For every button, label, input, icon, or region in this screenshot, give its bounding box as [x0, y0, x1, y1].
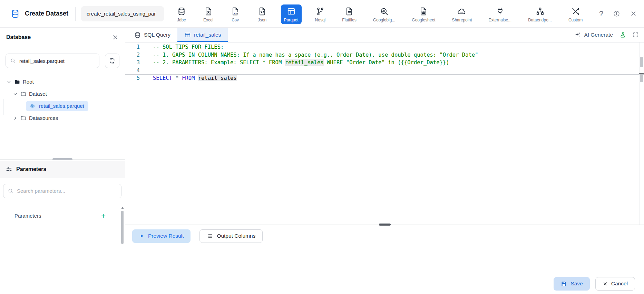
parameters-search-row	[0, 178, 125, 204]
connector-flatfiles[interactable]: Flatfiles	[339, 4, 359, 24]
create-dataset-window: Create Dataset JdbcExcelcsvCsvJsonParque…	[0, 0, 644, 294]
editor-toolbar-right: AI Generate	[574, 28, 644, 42]
sidebar-splitter-handle[interactable]	[52, 158, 72, 160]
tree-item-dataset[interactable]: Dataset	[3, 88, 122, 100]
code-line-4: 4	[125, 67, 644, 75]
preview-result-button[interactable]: Preview Result	[132, 229, 191, 243]
sidebar-splitter	[0, 158, 125, 161]
tree-item-label: Root	[23, 79, 34, 85]
refresh-icon	[109, 57, 116, 64]
connector-jdbc[interactable]: Jdbc	[173, 4, 190, 24]
code-token: -- SQL TIPS FOR FILES:	[153, 44, 224, 50]
tab-sql-query[interactable]: SQL Query	[127, 28, 177, 42]
tab-retail-sales[interactable]: retail_sales	[177, 28, 228, 42]
connector-label: Custom	[568, 18, 583, 22]
tree-indent-guide	[3, 99, 3, 115]
branch-icon	[316, 7, 325, 16]
flask-icon[interactable]	[619, 32, 626, 38]
code-text: -- 1. GAPS IN COLUMN NAMES: If a name ha…	[145, 51, 478, 59]
close-icon[interactable]	[630, 10, 637, 17]
add-parameter-button[interactable]: +	[101, 212, 106, 219]
code-line-2: 2-- 1. GAPS IN COLUMN NAMES: If a name h…	[125, 51, 644, 59]
editor-tabs: SQL Queryretail_sales	[127, 28, 228, 42]
save-button[interactable]: Save	[554, 277, 589, 291]
help-icon[interactable]: ?	[599, 9, 603, 18]
connector-csv[interactable]: csvCsv	[227, 4, 244, 24]
close-icon	[603, 281, 608, 286]
output-columns-button[interactable]: Output Columns	[199, 229, 263, 243]
code-token	[172, 75, 175, 81]
database-sidebar: Database RootDatasetretail_sales.parquet…	[0, 28, 125, 294]
tree-item-label: Datasources	[29, 115, 58, 121]
line-number: 3	[125, 59, 145, 67]
editor-bottom-toolbar: Preview Result Output Columns	[125, 225, 644, 246]
code-token: FROM	[182, 75, 195, 81]
ai-generate-button[interactable]: AI Generate	[574, 31, 613, 38]
connector-sharepoint[interactable]: Sharepoint	[449, 4, 475, 24]
connector-label: Jdbc	[177, 18, 186, 22]
refresh-button[interactable]	[105, 54, 119, 68]
editor-splitter	[125, 225, 644, 225]
connector-nosql[interactable]: Nosql	[312, 4, 329, 24]
tree-item-retail-sales-parquet[interactable]: retail_sales.parquet	[3, 100, 122, 112]
output-columns-label: Output Columns	[217, 233, 255, 239]
dataset-name-input[interactable]	[81, 6, 164, 21]
parameters-panel-title: Parameters	[16, 166, 46, 172]
code-text	[145, 67, 153, 75]
cancel-button[interactable]: Cancel	[595, 277, 635, 291]
app-header: Create Dataset JdbcExcelcsvCsvJsonParque…	[0, 0, 644, 28]
cloud-icon	[457, 7, 466, 16]
tree-item-root[interactable]: Root	[3, 76, 122, 88]
scrollbar-thumb[interactable]	[121, 211, 124, 244]
connector-custom[interactable]: Custom	[565, 4, 586, 24]
tree-item-datasources[interactable]: Datasources	[3, 112, 122, 124]
connector-dataendpo[interactable]: Dataendpo...	[525, 4, 555, 24]
tree-indent-guide	[17, 99, 17, 114]
overview-highlight-mark	[640, 73, 643, 82]
code-token: -- 2. PARAMETERS: Example: SELECT * FROM	[153, 59, 285, 66]
connector-label: Flatfiles	[342, 18, 356, 22]
connector-label: Csv	[232, 18, 239, 22]
folder-filled-icon	[14, 79, 20, 85]
line-number: 5	[125, 74, 145, 82]
tab-label: SQL Query	[144, 32, 170, 38]
search-icon	[10, 58, 16, 64]
connector-parquet[interactable]: Parquet	[281, 4, 302, 24]
database-search-input[interactable]	[19, 58, 95, 64]
connector-googlebig[interactable]: Googlebig...	[370, 4, 399, 24]
connector-excel[interactable]: Excel	[200, 4, 217, 24]
main-area: SQL Queryretail_sales AI Generate 1-- SQ…	[125, 28, 644, 294]
chevron-right-icon[interactable]	[12, 115, 18, 121]
close-sidebar-icon[interactable]	[112, 34, 119, 41]
document-icon	[345, 7, 354, 16]
chevron-down-icon[interactable]	[6, 79, 12, 85]
editor-splitter-handle[interactable]	[379, 224, 391, 226]
connector-googlesheet[interactable]: Googlesheet	[409, 4, 438, 24]
tab-label: retail_sales	[194, 32, 221, 38]
search-icon	[8, 188, 14, 194]
connector-json[interactable]: Json	[254, 4, 271, 24]
connector-label: Dataendpo...	[528, 18, 552, 22]
connector-externalse[interactable]: Externalse...	[485, 4, 515, 24]
page-title: Create Dataset	[25, 10, 68, 17]
expand-icon[interactable]	[633, 32, 639, 38]
list-icon	[207, 233, 213, 239]
parameters-search-input[interactable]	[17, 188, 117, 194]
info-icon[interactable]	[613, 10, 620, 17]
sparkle-icon	[574, 31, 581, 38]
connector-label: Parquet	[284, 18, 299, 22]
main-spacer	[125, 246, 644, 273]
cancel-label: Cancel	[611, 281, 628, 287]
parquet-file-icon	[29, 103, 36, 110]
database-panel-header: Database	[0, 28, 125, 47]
scrollbar-up-arrow[interactable]	[121, 207, 124, 209]
app-logo-database-icon	[10, 9, 20, 19]
connector-label: Googlesheet	[412, 18, 435, 22]
parameters-panel-header: Parameters	[0, 161, 125, 178]
editor-tab-bar: SQL Queryretail_sales AI Generate	[125, 28, 644, 42]
sql-editor[interactable]: 1-- SQL TIPS FOR FILES:2-- 1. GAPS IN CO…	[125, 42, 644, 225]
excel-file-icon	[204, 7, 213, 16]
table-icon	[287, 7, 296, 16]
code-text: SELECT * FROM retail_sales	[145, 74, 237, 82]
chevron-down-icon[interactable]	[12, 91, 18, 97]
